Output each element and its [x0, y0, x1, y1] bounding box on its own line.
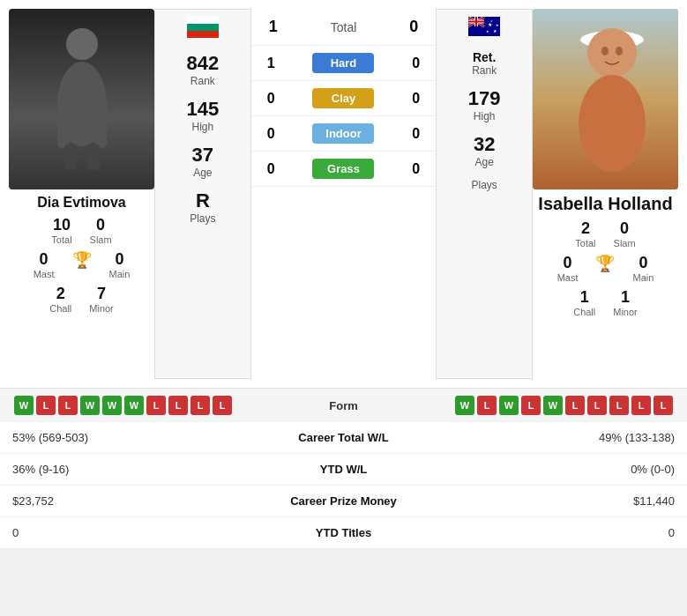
left-total-label: Total — [51, 234, 71, 245]
stat-key: Career Prize Money — [227, 486, 460, 517]
svg-rect-18 — [468, 21, 484, 23]
left-total-cell: 10 Total — [51, 216, 71, 245]
right-ret-block: Ret. Rank — [472, 50, 497, 77]
svg-rect-4 — [64, 144, 77, 170]
table-row: $23,752 Career Prize Money $11,440 — [0, 486, 687, 517]
svg-rect-7 — [187, 24, 219, 31]
stat-key: YTD W/L — [227, 454, 460, 486]
top-section: Dia Evtimova 10 Total 0 Slam 0 Mast 🏆 — [0, 0, 687, 388]
form-section: WLLWWWLLLL Form WLWLWLLLLL — [0, 388, 687, 422]
left-main-cell: 0 Main — [109, 250, 131, 279]
bulgaria-flag — [187, 17, 219, 38]
form-result-badge: L — [213, 396, 232, 415]
right-chall-cell: 1 Chall — [573, 288, 595, 317]
svg-rect-6 — [187, 17, 219, 24]
form-result-badge: L — [477, 396, 497, 415]
right-mast-value: 0 — [564, 254, 572, 272]
right-stats-row3: 1 Chall 1 Minor — [573, 288, 638, 317]
svg-text:★: ★ — [486, 29, 489, 33]
left-mast-label: Mast — [34, 269, 55, 279]
form-result-badge: W — [543, 396, 563, 415]
right-rank-value: Ret. — [473, 50, 496, 64]
svg-point-28 — [601, 47, 609, 56]
right-rank-label: Rank — [472, 64, 497, 77]
left-stats-row2: 0 Mast 🏆 0 Main — [34, 250, 131, 279]
right-high-block: 179 High — [468, 87, 501, 122]
table-row: 0 YTD Titles 0 — [0, 517, 687, 549]
form-result-badge: L — [653, 396, 673, 415]
left-minor-cell: 7 Minor — [89, 285, 114, 314]
left-rank-block: 842 Rank — [186, 52, 219, 87]
surface-left-score: 0 — [260, 91, 282, 107]
svg-point-27 — [579, 75, 646, 172]
right-stats-col: ★ ★ ★ ★ ★ Ret. Rank 179 High 32 Age — [436, 9, 533, 379]
right-total-value: 2 — [581, 219, 590, 238]
right-high-value: 179 — [468, 87, 501, 110]
surface-right-score: 0 — [405, 161, 427, 177]
center-col: 1 Total 0 1 Hard 0 0 Clay 0 0 Indoor 0 0… — [251, 9, 437, 379]
form-result-badge: L — [609, 396, 629, 415]
left-trophy-icon: 🏆 — [72, 250, 92, 270]
stat-left-value: 0 — [0, 517, 227, 549]
right-trophy-cell: 🏆 — [595, 254, 615, 283]
stat-key: Career Total W/L — [227, 422, 460, 454]
stat-left-value: $23,752 — [0, 486, 227, 517]
left-rank-label: Rank — [190, 75, 215, 87]
total-row: 1 Total 0 — [251, 9, 437, 46]
surface-rows: 1 Hard 0 0 Clay 0 0 Indoor 0 0 Grass 0 — [251, 46, 437, 187]
stat-right-value: $11,440 — [460, 486, 687, 517]
form-result-badge: W — [124, 396, 144, 415]
svg-rect-8 — [187, 31, 219, 38]
right-player-card: Isabella Holland 2 Total 0 Slam 0 Mast 🏆 — [533, 9, 678, 379]
surface-right-score: 0 — [405, 91, 427, 107]
left-slam-label: Slam — [90, 234, 112, 245]
surface-right-score: 0 — [405, 126, 427, 142]
left-age-label: Age — [193, 167, 212, 179]
right-mast-label: Mast — [557, 272, 579, 283]
surface-row: 0 Grass 0 — [251, 152, 437, 187]
right-stats-row2: 0 Mast 🏆 0 Main — [557, 254, 654, 283]
form-result-badge: L — [36, 396, 56, 415]
form-label: Form — [291, 399, 397, 412]
right-form-results: WLWLWLLLLL — [397, 396, 674, 415]
main-container: Dia Evtimova 10 Total 0 Slam 0 Mast 🏆 — [0, 0, 687, 549]
left-main-label: Main — [109, 269, 131, 279]
right-mast-cell: 0 Mast — [557, 254, 579, 283]
svg-rect-3 — [94, 95, 107, 148]
right-minor-value: 1 — [621, 288, 630, 307]
stat-left-value: 53% (569-503) — [0, 422, 227, 454]
left-total-value: 10 — [53, 216, 71, 234]
form-result-badge: L — [168, 396, 188, 415]
total-label: Total — [287, 20, 401, 34]
surface-row: 0 Clay 0 — [251, 81, 437, 116]
surface-right-score: 0 — [405, 56, 427, 71]
left-rank-value: 842 — [186, 52, 219, 75]
surface-row: 0 Indoor 0 — [251, 116, 437, 152]
right-main-value: 0 — [638, 254, 647, 272]
right-plays-label: Plays — [471, 179, 497, 191]
right-slam-label: Slam — [614, 238, 636, 249]
left-player-card: Dia Evtimova 10 Total 0 Slam 0 Mast 🏆 — [9, 9, 154, 379]
right-chall-value: 1 — [580, 288, 589, 307]
left-silhouette — [38, 25, 126, 174]
right-slam-value: 0 — [620, 219, 629, 238]
svg-point-26 — [587, 28, 637, 78]
left-plays-label: Plays — [190, 212, 215, 225]
surface-badge: Hard — [312, 53, 374, 73]
left-trophy-cell: 🏆 — [72, 250, 92, 279]
total-right-score: 0 — [400, 18, 427, 36]
surface-badge: Grass — [312, 159, 374, 179]
right-age-block: 32 Age — [474, 133, 495, 168]
surface-left-score: 0 — [260, 161, 282, 177]
left-high-label: High — [191, 121, 213, 133]
left-age-block: 37 Age — [192, 144, 213, 179]
right-player-name: Isabella Holland — [538, 193, 672, 214]
form-result-badge: L — [587, 396, 607, 415]
svg-point-0 — [66, 28, 98, 60]
form-result-badge: L — [565, 396, 585, 415]
surface-left-score: 0 — [260, 126, 282, 142]
left-chall-value: 2 — [56, 285, 65, 303]
surface-badge: Indoor — [312, 123, 374, 144]
form-result-badge: L — [146, 396, 166, 415]
left-stats-row1: 10 Total 0 Slam — [51, 216, 111, 245]
